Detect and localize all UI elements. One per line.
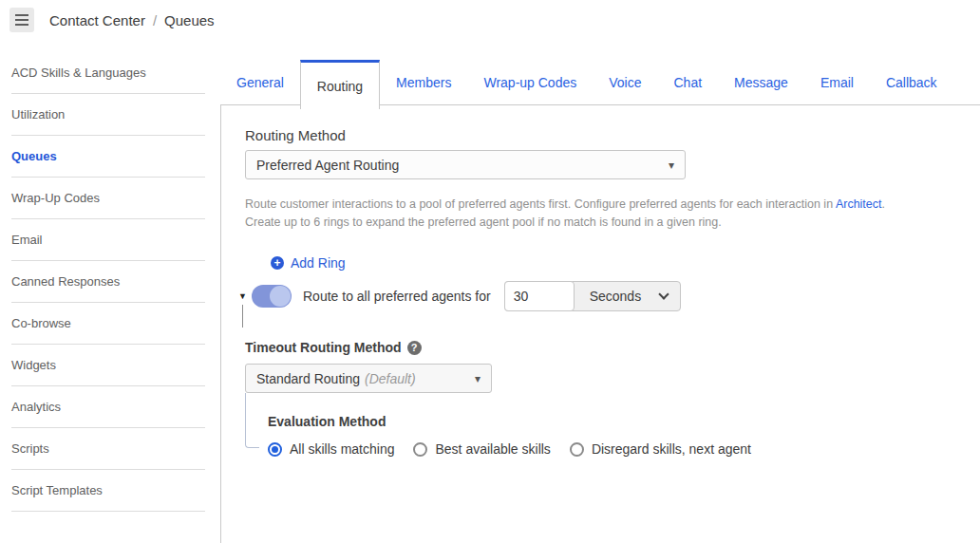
timeout-routing-method-value: Standard Routing — [256, 371, 360, 386]
breadcrumb-separator: / — [153, 12, 157, 28]
sidebar-item-script-templates[interactable]: Script Templates — [11, 470, 205, 512]
evaluation-method-label: Evaluation Method — [268, 393, 980, 429]
sidebar-item-queues[interactable]: Queues — [11, 136, 205, 178]
sidebar-item-canned-responses[interactable]: Canned Responses — [11, 261, 205, 303]
timeout-routing-method-select[interactable]: Standard Routing (Default) ▾ — [245, 364, 492, 393]
caret-down-icon: ▾ — [475, 372, 481, 385]
sidebar-item-widgets[interactable]: Widgets — [11, 345, 205, 386]
queue-routing-page: Contact Center / Queues ACD Skills & Lan… — [0, 0, 980, 543]
tab-chat[interactable]: Chat — [657, 60, 718, 104]
sidebar-item-co-browse[interactable]: Co-browse — [11, 303, 205, 345]
evaluation-method-options: All skills matching Best available skill… — [268, 441, 980, 457]
radio-all-skills-matching[interactable]: All skills matching — [268, 441, 394, 457]
sidebar-item-acd-skills-languages[interactable]: ACD Skills & Languages — [11, 52, 205, 94]
ring-duration-unit-value: Seconds — [590, 289, 641, 304]
question-circle-icon[interactable]: ? — [407, 341, 422, 355]
tab-message[interactable]: Message — [718, 60, 804, 104]
tab-routing[interactable]: Routing — [300, 60, 380, 109]
radio-unselected-icon[interactable] — [413, 442, 427, 457]
tab-general[interactable]: General — [220, 60, 300, 104]
ring-1-toggle[interactable] — [252, 285, 292, 308]
architect-link[interactable]: Architect — [836, 197, 882, 211]
radio-selected-icon[interactable] — [268, 442, 282, 457]
add-ring-button[interactable]: + Add Ring — [271, 255, 346, 271]
add-ring-label: Add Ring — [291, 255, 346, 271]
routing-method-description: Route customer interactions to a pool of… — [245, 196, 980, 232]
sidebar-item-analytics[interactable]: Analytics — [11, 386, 205, 428]
caret-down-icon: ▾ — [669, 159, 674, 172]
sidebar-item-wrap-up-codes[interactable]: Wrap-Up Codes — [11, 178, 205, 219]
timeout-routing-method-label: Timeout Routing Method ? — [245, 340, 980, 355]
routing-method-select[interactable]: Preferred Agent Routing ▾ — [245, 150, 686, 179]
tab-members[interactable]: Members — [380, 60, 467, 104]
evaluation-method-section: Evaluation Method All skills matching Be… — [245, 393, 980, 457]
queue-tabs: General Routing Members Wrap-up Codes Vo… — [220, 60, 980, 104]
triangle-down-icon[interactable]: ▼ — [238, 292, 249, 301]
breadcrumb: Contact Center / Queues — [49, 12, 215, 28]
ring-1-label: Route to all preferred agents for — [303, 289, 491, 304]
plus-circle-icon: + — [271, 256, 284, 270]
routing-method-label: Routing Method — [245, 128, 980, 143]
radio-best-available-skills[interactable]: Best available skills — [413, 441, 550, 457]
breadcrumb-queues: Queues — [164, 12, 215, 28]
tab-wrap-up-codes[interactable]: Wrap-up Codes — [467, 60, 593, 104]
ring-duration-group: Seconds — [504, 281, 681, 311]
timeout-default-note: (Default) — [365, 371, 416, 386]
top-bar: Contact Center / Queues — [0, 0, 980, 40]
toggle-knob — [270, 286, 291, 307]
chevron-down-icon — [658, 289, 669, 299]
tab-email[interactable]: Email — [804, 60, 870, 104]
ring-1-row: ▼ Route to all preferred agents for Seco… — [238, 281, 980, 311]
breadcrumb-contact-center[interactable]: Contact Center — [49, 12, 145, 28]
admin-sidebar: ACD Skills & Languages Utilization Queue… — [0, 40, 220, 543]
ring-duration-unit-select[interactable]: Seconds — [574, 282, 680, 310]
sidebar-nav-list: ACD Skills & Languages Utilization Queue… — [11, 40, 205, 512]
main-content: General Routing Members Wrap-up Codes Vo… — [220, 40, 980, 543]
sidebar-item-email[interactable]: Email — [11, 219, 205, 261]
radio-unselected-icon[interactable] — [570, 442, 584, 457]
ring-duration-input[interactable] — [504, 281, 575, 311]
radio-disregard-skills-next-agent[interactable]: Disregard skills, next agent — [570, 441, 751, 457]
routing-tab-panel: Routing Method Preferred Agent Routing ▾… — [220, 104, 980, 543]
sidebar-item-scripts[interactable]: Scripts — [11, 428, 205, 470]
sidebar-item-utilization[interactable]: Utilization — [11, 94, 205, 136]
routing-method-value: Preferred Agent Routing — [256, 158, 399, 173]
tab-voice[interactable]: Voice — [593, 60, 657, 104]
tree-connector-line — [245, 393, 259, 448]
hamburger-icon[interactable] — [9, 8, 34, 32]
tab-callback[interactable]: Callback — [870, 60, 953, 104]
